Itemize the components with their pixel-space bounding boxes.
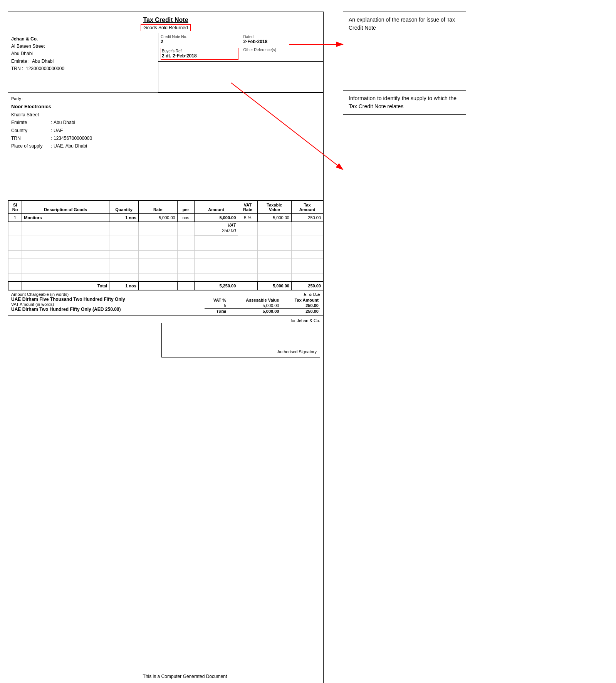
- vat-pct-val: 5: [205, 303, 228, 309]
- cn-dated-cell: Dated 2-Feb-2018: [241, 33, 324, 46]
- th-quantity: Quantity: [109, 201, 139, 214]
- party-pos-colon: :: [50, 142, 54, 150]
- party-country-value: UAE: [54, 127, 320, 134]
- party-pos: Place of supply : UAE, Abu Dhabi: [11, 142, 320, 150]
- empty-row-3: [8, 251, 323, 258]
- items-table: SlNo Description of Goods Quantity Rate …: [8, 200, 323, 290]
- footer-left: Amount Chargeable (in words) UAE Dirham …: [11, 292, 205, 312]
- th-taxable-value: TaxableValue: [257, 201, 291, 214]
- vat-row: VAT 250.00: [8, 222, 323, 235]
- vat-amount-label: VAT Amount (in words): [11, 302, 205, 307]
- cn-dated-label: Dated: [243, 35, 321, 39]
- th-rate: Rate: [138, 201, 177, 214]
- total-qty: 1 nos: [109, 282, 139, 290]
- seller-address1: Al Bateen Street: [11, 43, 155, 50]
- buyer-ref-cell: Buyer's Ref. 2 dt. 2-Feb-2018: [158, 46, 241, 61]
- doc-title: Tax Credit Note: [8, 17, 323, 23]
- assessable-header: Assesable Value: [228, 297, 280, 303]
- party-country: Country : UAE: [11, 127, 320, 134]
- vat-total-assessable: 5,000.00: [228, 308, 280, 314]
- party-trn-colon: :: [50, 134, 54, 142]
- seller-name: Jehan & Co.: [11, 35, 155, 43]
- cn-number-value: 2: [161, 39, 238, 44]
- party-name: Noor Electronics: [11, 102, 320, 111]
- th-amount: Amount: [194, 201, 238, 214]
- seller-info: Jehan & Co. Al Bateen Street Abu Dhabi E…: [8, 33, 158, 92]
- goods-sold-box: Goods Sold Returned: [141, 24, 190, 31]
- buyer-ref-value: 2 dt. 2-Feb-2018: [162, 53, 237, 59]
- credit-note-meta: Credit Note No. 2 Dated 2-Feb-2018 Buyer…: [158, 33, 323, 92]
- vat-amount: VAT 250.00: [194, 222, 238, 235]
- vat-amount-words: UAE Dirham Two Hundred Fifty Only (AED 2…: [11, 307, 205, 312]
- th-tax-amount: TaxAmount: [292, 201, 323, 214]
- document-area: Tax Credit Note Goods Sold Returned Jeha…: [8, 12, 324, 683]
- seller-emirate: Emirate : Abu Dhabi: [11, 58, 155, 65]
- trn-value: 123000000000000: [26, 66, 64, 71]
- total-row: Total 1 nos 5,250.00 5,000.00 250.00: [8, 282, 323, 290]
- party-trn-label: TRN: [11, 134, 50, 142]
- empty-row-1: [8, 235, 323, 243]
- assessable-val: 5,000.00: [228, 303, 280, 309]
- trn-label: TRN: [11, 66, 21, 71]
- item-quantity: 1 nos: [109, 214, 139, 222]
- tax-amount-header: Tax Amount: [280, 297, 320, 303]
- vat-total-label: Total: [205, 308, 228, 314]
- th-sl: SlNo: [8, 201, 22, 214]
- empty-row-5: [8, 266, 323, 274]
- tax-amount-val: 250.00: [280, 303, 320, 309]
- eoe: E. & O.E: [205, 292, 320, 297]
- party-emirate: Emirate : Abu Dhabi: [11, 119, 320, 126]
- item-vat-rate: 5 %: [238, 214, 257, 222]
- empty-row-4: [8, 258, 323, 266]
- amount-chargeable-label: Amount Chargeable (in words): [11, 292, 205, 297]
- party-pos-label: Place of supply: [11, 142, 50, 150]
- footer-row: Amount Chargeable (in words) UAE Dirham …: [11, 292, 320, 314]
- total-tax: 250.00: [292, 282, 323, 290]
- item-amount: 5,000.00: [194, 214, 238, 222]
- emirate-value: Abu Dhabi: [32, 59, 54, 64]
- emirate-label: Emirate: [11, 59, 27, 64]
- party-section: Party : Noor Electronics Khalifa Street …: [8, 92, 323, 200]
- annotation-box-1: An explanation of the reason for issue o…: [343, 12, 466, 36]
- signature-box: Authorised Signatory: [161, 323, 320, 357]
- cn-number-cell: Credit Note No. 2: [158, 33, 241, 46]
- credit-note-number-row: Credit Note No. 2 Dated 2-Feb-2018: [158, 33, 323, 46]
- th-vat-rate: VATRate: [238, 201, 257, 214]
- empty-row-6: [8, 274, 323, 282]
- footer-section: Amount Chargeable (in words) UAE Dirham …: [8, 290, 323, 315]
- vat-summary-total-row: Total 5,000.00 250.00: [205, 308, 320, 314]
- party-street: Khalifa Street: [11, 111, 320, 119]
- meta-empty-row: [158, 62, 323, 92]
- item-sl: 1: [8, 214, 22, 222]
- item-tax-amount: 250.00: [292, 214, 323, 222]
- doc-header: Tax Credit Note Goods Sold Returned: [8, 12, 323, 33]
- party-trn: TRN : 123456700000000: [11, 134, 320, 142]
- total-taxable: 5,000.00: [257, 282, 291, 290]
- party-trn-value: 123456700000000: [54, 134, 320, 142]
- party-emirate-value: Abu Dhabi: [54, 119, 320, 126]
- vat-summary-header: VAT % Assesable Value Tax Amount: [205, 297, 320, 303]
- footer-right: E. & O.E VAT % Assesable Value Tax Amoun…: [205, 292, 320, 314]
- party-emirate-colon: :: [50, 119, 54, 126]
- vat-pct-header: VAT %: [205, 297, 228, 303]
- empty-row-2: [8, 243, 323, 251]
- annotation-box-2: Information to identify the supply to wh…: [343, 90, 466, 115]
- buyer-ref-row: Buyer's Ref. 2 dt. 2-Feb-2018 Other Refe…: [158, 46, 323, 62]
- item-per: nos: [177, 214, 194, 222]
- cn-dated-value: 2-Feb-2018: [243, 39, 321, 44]
- buyer-ref-label: Buyer's Ref.: [162, 49, 237, 53]
- item-rate: 5,000.00: [138, 214, 177, 222]
- amount-chargeable-words: UAE Dirham Five Thousand Two Hundred Fif…: [11, 297, 205, 302]
- cn-number-label: Credit Note No.: [161, 35, 238, 39]
- signature-section: for Jehan & Co. Authorised Signatory: [8, 315, 323, 362]
- th-description: Description of Goods: [22, 201, 109, 214]
- buyer-ref-box: Buyer's Ref. 2 dt. 2-Feb-2018: [161, 48, 238, 60]
- annotations-area: An explanation of the reason for issue o…: [343, 12, 466, 123]
- table-row: 1 Monitors 1 nos 5,000.00 nos 5,000.00 5…: [8, 214, 323, 222]
- for-company: for Jehan & Co.: [11, 318, 320, 323]
- other-ref-cell: Other Reference(s): [241, 46, 324, 61]
- authorised-signatory: Authorised Signatory: [277, 349, 317, 354]
- party-country-label: Country: [11, 127, 50, 134]
- other-ref-label: Other Reference(s): [243, 48, 321, 52]
- item-taxable-value: 5,000.00: [257, 214, 291, 222]
